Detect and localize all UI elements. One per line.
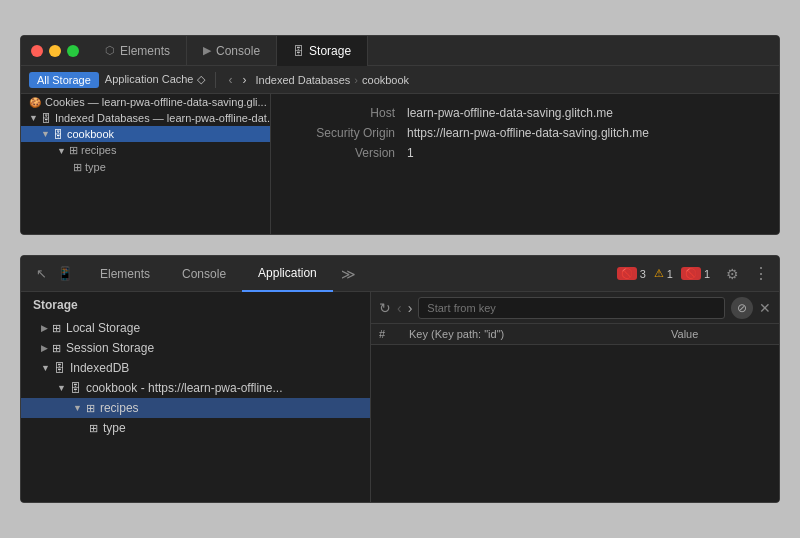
security-origin-row: Security Origin https://learn-pwa-offlin… (287, 126, 763, 140)
bottom-toolbar: ↻ ‹ › ⊘ ✕ (371, 292, 779, 324)
bottom-devtools-panel: ↖ 📱 Elements Console Application ≫ 🚫 3 ⚠… (20, 255, 780, 503)
tree-recipes[interactable]: ▼ ⊞ recipes (21, 142, 270, 159)
breadcrumb-item1: Indexed Databases (256, 74, 351, 86)
th-hash: # (379, 328, 409, 340)
top-content: 🍪 Cookies — learn-pwa-offline-data-savin… (21, 94, 779, 234)
tab-bottom-console[interactable]: Console (166, 256, 242, 292)
host-label: Host (287, 106, 407, 120)
cookbook-expand-icon: ▼ (41, 129, 50, 139)
session-storage-triangle: ▶ (41, 343, 48, 353)
app-cache-button[interactable]: Application Cache ◇ (105, 73, 205, 86)
warning-count: 1 (667, 268, 673, 280)
sidebar-indexeddb[interactable]: ▼ 🗄 IndexedDB (21, 358, 370, 378)
indexeddb-icon: 🗄 (54, 362, 65, 374)
type-table-icon: ⊞ (89, 422, 98, 435)
sidebar-recipes[interactable]: ▼ ⊞ recipes (21, 398, 370, 418)
badge-group: 🚫 3 ⚠ 1 🚫 1 (609, 267, 718, 280)
security-origin-value: https://learn-pwa-offline-data-saving.gl… (407, 126, 649, 140)
recipes-table-icon: ⊞ (86, 402, 95, 415)
table-header: # Key (Key path: "id") Value (371, 324, 779, 345)
maximize-button[interactable] (67, 45, 79, 57)
devtools-tools: ↖ 📱 (25, 263, 84, 284)
nav-back-button[interactable]: ‹ (226, 72, 236, 88)
top-devtools-panel: ⬡ Elements ▶ Console 🗄 Storage All Stora… (20, 35, 780, 235)
security-origin-label: Security Origin (287, 126, 407, 140)
cookbook-triangle: ▼ (57, 383, 66, 393)
sidebar-cookbook[interactable]: ▼ 🗄 cookbook - https://learn-pwa-offline… (21, 378, 370, 398)
bottom-sidebar: Storage ▶ ⊞ Local Storage ▶ ⊞ Session St… (21, 292, 371, 502)
error-badge-icon: 🚫 (617, 267, 637, 280)
clear-button[interactable]: ⊘ (731, 297, 753, 319)
version-value: 1 (407, 146, 414, 160)
recipes-triangle: ▼ (73, 403, 82, 413)
error2-badge: 🚫 1 (681, 267, 710, 280)
error-count: 3 (640, 268, 646, 280)
version-row: Version 1 (287, 146, 763, 160)
th-key: Key (Key path: "id") (409, 328, 671, 340)
indexed-db-icon: 🗄 (41, 113, 51, 124)
tab-console[interactable]: ▶ Console (187, 36, 277, 66)
settings-icon[interactable]: ⚙ (718, 266, 747, 282)
minimize-button[interactable] (49, 45, 61, 57)
error2-badge-icon: 🚫 (681, 267, 701, 280)
nav-forward-arrow[interactable]: › (408, 300, 413, 316)
host-row: Host learn-pwa-offline-data-saving.glitc… (287, 106, 763, 120)
nav-buttons: ‹ › (226, 72, 250, 88)
device-tool-icon[interactable]: 📱 (54, 263, 76, 284)
top-sidebar: 🍪 Cookies — learn-pwa-offline-data-savin… (21, 94, 271, 234)
recipes-expand-icon: ▼ (57, 146, 66, 156)
nav-forward-button[interactable]: › (240, 72, 250, 88)
cursor-tool-icon[interactable]: ↖ (33, 263, 50, 284)
breadcrumb-separator: › (354, 74, 358, 86)
warning-icon: ⚠ (654, 267, 664, 280)
sidebar-type[interactable]: ⊞ type (21, 418, 370, 438)
cookies-icon: 🍪 (29, 97, 41, 108)
error-badge: 🚫 3 (617, 267, 646, 280)
top-toolbar: All Storage Application Cache ◇ ‹ › Inde… (21, 66, 779, 94)
breadcrumb: Indexed Databases › cookbook (256, 74, 410, 86)
elements-icon: ⬡ (105, 44, 115, 57)
indexeddb-triangle: ▼ (41, 363, 50, 373)
sidebar-session-storage[interactable]: ▶ ⊞ Session Storage (21, 338, 370, 358)
local-storage-icon: ⊞ (52, 322, 61, 335)
session-storage-icon: ⊞ (52, 342, 61, 355)
bottom-tab-bar: ↖ 📱 Elements Console Application ≫ 🚫 3 ⚠… (21, 256, 779, 292)
data-table (371, 345, 779, 502)
refresh-button[interactable]: ↻ (379, 300, 391, 316)
storage-icon: 🗄 (293, 45, 304, 57)
version-label: Version (287, 146, 407, 160)
breadcrumb-item2: cookbook (362, 74, 409, 86)
local-storage-triangle: ▶ (41, 323, 48, 333)
more-tabs-button[interactable]: ≫ (333, 266, 364, 282)
bottom-main-panel: ↻ ‹ › ⊘ ✕ # Key (Key path: "id") Value (371, 292, 779, 502)
tree-cookbook[interactable]: ▼ 🗄 cookbook (21, 126, 270, 142)
storage-section-header: Storage (21, 292, 370, 318)
th-value: Value (671, 328, 771, 340)
menu-icon[interactable]: ⋮ (747, 264, 775, 283)
close-button[interactable] (31, 45, 43, 57)
tab-bottom-application[interactable]: Application (242, 256, 333, 292)
all-storage-button[interactable]: All Storage (29, 72, 99, 88)
start-from-key-input[interactable] (418, 297, 725, 319)
top-main-info: Host learn-pwa-offline-data-saving.glitc… (271, 94, 779, 234)
console-icon: ▶ (203, 44, 211, 57)
error2-count: 1 (704, 268, 710, 280)
tree-type[interactable]: ⊞ type (21, 159, 270, 176)
toolbar-divider (215, 72, 216, 88)
window-controls (21, 45, 89, 57)
delete-button[interactable]: ✕ (759, 300, 771, 316)
nav-back-arrow[interactable]: ‹ (397, 300, 402, 316)
tab-storage[interactable]: 🗄 Storage (277, 36, 368, 66)
top-tab-bar: ⬡ Elements ▶ Console 🗄 Storage (21, 36, 779, 66)
tab-elements[interactable]: ⬡ Elements (89, 36, 187, 66)
tree-cookies[interactable]: 🍪 Cookies — learn-pwa-offline-data-savin… (21, 94, 270, 110)
tree-indexed-db[interactable]: ▼ 🗄 Indexed Databases — learn-pwa-offlin… (21, 110, 270, 126)
cookbook-icon: 🗄 (53, 129, 63, 140)
warning-badge: ⚠ 1 (654, 267, 673, 280)
host-value: learn-pwa-offline-data-saving.glitch.me (407, 106, 613, 120)
bottom-content: Storage ▶ ⊞ Local Storage ▶ ⊞ Session St… (21, 292, 779, 502)
expand-icon: ▼ (29, 113, 38, 123)
tab-bottom-elements[interactable]: Elements (84, 256, 166, 292)
sidebar-local-storage[interactable]: ▶ ⊞ Local Storage (21, 318, 370, 338)
cookbook-db-icon: 🗄 (70, 382, 81, 394)
